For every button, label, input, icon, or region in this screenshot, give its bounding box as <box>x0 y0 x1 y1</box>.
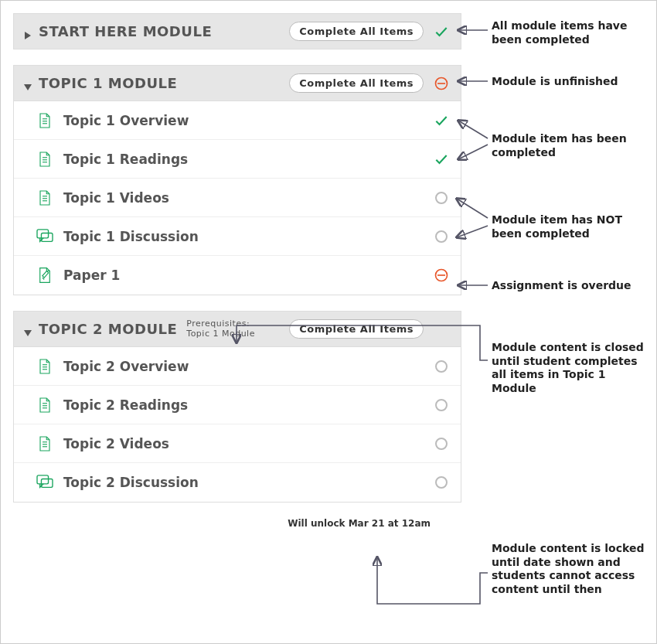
item-status-incomplete-icon <box>431 438 451 450</box>
module-item: Topic 2 Overview <box>14 347 461 386</box>
collapse-toggle-icon[interactable] <box>23 325 32 334</box>
discussion-icon <box>36 475 54 490</box>
svg-line-34 <box>457 226 488 237</box>
unlock-note: Will unlock Mar 21 at 12am <box>13 518 461 529</box>
svg-rect-28 <box>41 479 53 487</box>
page-icon <box>36 397 54 414</box>
module-title: TOPIC 1 MODULE <box>39 75 177 91</box>
item-status-complete-icon <box>431 113 451 128</box>
module-topic-1: TOPIC 1 MODULE Complete All Items Topic … <box>13 65 461 295</box>
svg-rect-27 <box>37 475 49 484</box>
svg-rect-14 <box>41 233 53 241</box>
svg-marker-17 <box>24 330 32 336</box>
module-item-title[interactable]: Topic 1 Readings <box>63 152 424 167</box>
complete-all-button[interactable]: Complete All Items <box>289 73 424 93</box>
module-item: Topic 2 Videos <box>14 424 461 463</box>
module-status-complete-icon <box>431 24 451 39</box>
module-header[interactable]: TOPIC 2 MODULE Prerequisites: Topic 1 Mo… <box>14 312 461 347</box>
item-status-incomplete-icon <box>431 230 451 243</box>
svg-rect-13 <box>37 229 49 237</box>
annotation-label: Assignment is overdue <box>492 279 654 293</box>
annotation-label: Module item has NOT been completed <box>492 213 654 240</box>
module-header[interactable]: TOPIC 1 MODULE Complete All Items <box>14 66 461 101</box>
svg-line-32 <box>458 145 488 159</box>
annotation-label: All module items have been completed <box>492 19 654 46</box>
module-item-title[interactable]: Topic 1 Discussion <box>63 229 424 244</box>
module-item: Topic 2 Discussion <box>14 463 461 502</box>
collapse-toggle-icon[interactable] <box>23 27 32 36</box>
module-item-title[interactable]: Paper 1 <box>63 267 424 283</box>
item-status-incomplete-icon <box>431 476 451 489</box>
item-status-incomplete-icon <box>431 192 451 204</box>
annotation-label: Module is unfinished <box>492 75 654 89</box>
annotation-label: Module content is locked until date show… <box>492 542 654 596</box>
assignment-icon <box>36 267 54 284</box>
page-icon <box>36 189 54 206</box>
page-icon <box>36 151 54 168</box>
module-item-title[interactable]: Topic 2 Overview <box>63 359 424 374</box>
module-header[interactable]: START HERE MODULE Complete All Items <box>14 14 461 49</box>
discussion-icon <box>36 229 54 244</box>
module-item-title[interactable]: Topic 1 Overview <box>63 113 424 128</box>
module-item: Paper 1 <box>14 256 461 295</box>
page-icon <box>36 358 54 375</box>
collapse-toggle-icon[interactable] <box>23 79 32 88</box>
module-item: Topic 1 Readings <box>14 140 461 179</box>
module-item: Topic 1 Overview <box>14 101 461 140</box>
module-item: Topic 2 Readings <box>14 386 461 424</box>
page-icon <box>36 435 54 452</box>
module-item-title[interactable]: Topic 1 Videos <box>63 190 424 206</box>
annotation-label: Module content is closed until student c… <box>492 341 654 395</box>
item-status-overdue-icon <box>431 267 451 283</box>
svg-line-33 <box>457 199 488 218</box>
complete-all-button[interactable]: Complete All Items <box>289 319 424 339</box>
complete-all-button[interactable]: Complete All Items <box>289 22 424 41</box>
module-item: Topic 1 Discussion <box>14 217 461 256</box>
annotation-label: Module item has been completed <box>492 132 654 159</box>
item-status-complete-icon <box>431 152 451 167</box>
item-status-incomplete-icon <box>431 399 451 411</box>
svg-line-31 <box>458 121 488 138</box>
prerequisite-label: Prerequisites: Topic 1 Module <box>186 319 255 338</box>
item-status-incomplete-icon <box>431 360 451 373</box>
module-item: Topic 1 Videos <box>14 179 461 217</box>
svg-marker-1 <box>24 84 32 90</box>
module-title: TOPIC 2 MODULE <box>39 321 177 337</box>
module-start-here: START HERE MODULE Complete All Items <box>13 13 461 49</box>
module-item-title[interactable]: Topic 2 Readings <box>63 397 424 413</box>
module-item-title[interactable]: Topic 2 Discussion <box>63 475 424 490</box>
page-icon <box>36 112 54 129</box>
module-title: START HERE MODULE <box>39 23 212 39</box>
module-status-unfinished-icon <box>431 76 451 91</box>
module-topic-2: TOPIC 2 MODULE Prerequisites: Topic 1 Mo… <box>13 311 461 503</box>
svg-marker-0 <box>25 32 31 39</box>
module-item-title[interactable]: Topic 2 Videos <box>63 436 424 451</box>
